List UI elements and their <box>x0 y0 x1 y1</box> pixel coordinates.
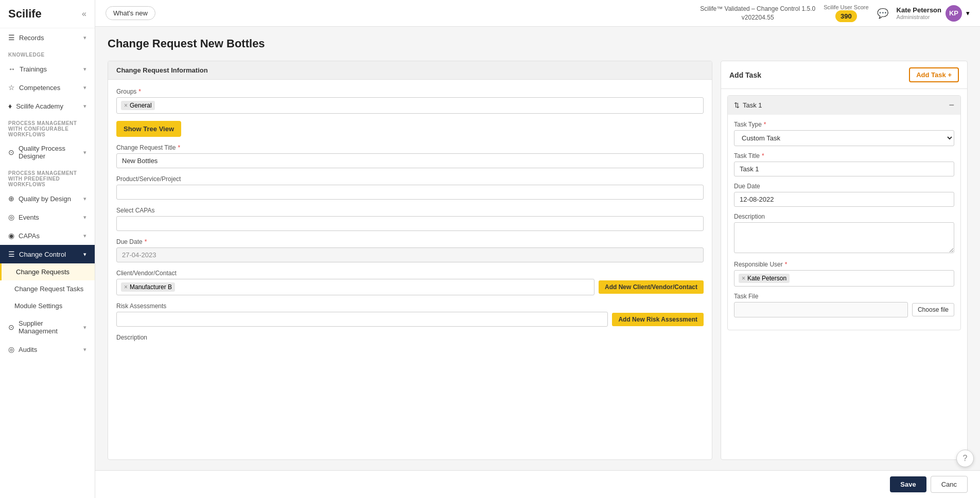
add-client-vendor-button[interactable]: Add New Client/Vendor/Contact <box>599 280 704 294</box>
sidebar-item-trainings[interactable]: ↔ Trainings ▾ <box>0 60 95 78</box>
change-request-title-input[interactable] <box>116 153 704 168</box>
select-capas-input[interactable] <box>116 216 704 231</box>
change-request-title-label: Change Request Title * <box>116 144 704 151</box>
change-requests-label: Change Requests <box>16 268 69 276</box>
task-type-select[interactable]: Custom Task <box>734 130 954 146</box>
client-vendor-tag: × Manufacturer B <box>121 282 175 292</box>
add-task-button[interactable]: Add Task + <box>909 67 959 82</box>
sidebar-item-scilife-academy[interactable]: ♦ Scilife Academy ▾ <box>0 97 95 115</box>
page-title: Change Request New Bottles <box>108 37 968 50</box>
collapse-sidebar-button[interactable]: « <box>82 9 86 19</box>
product-label: Product/Service/Project <box>116 175 704 183</box>
supplier-management-label: Supplier Management <box>19 319 83 335</box>
audits-label: Audits <box>19 346 37 353</box>
task-due-date-input[interactable] <box>734 192 954 207</box>
capas-arrow: ▾ <box>83 233 86 239</box>
header: What's new Scilife™ Validated – Change C… <box>95 0 980 27</box>
risk-assessments-input[interactable] <box>116 312 608 327</box>
app-logo: Scilife <box>8 7 42 21</box>
description-label: Description <box>116 334 704 341</box>
task-due-date-field: Due Date <box>734 183 954 207</box>
select-capas-label: Select CAPAs <box>116 207 704 214</box>
sidebar-item-competences[interactable]: ☆ Competences ▾ <box>0 78 95 97</box>
records-label: Records <box>19 34 44 42</box>
sidebar-item-quality-process-designer[interactable]: ⊙ Quality Process Designer ▾ <box>0 139 95 165</box>
main-content: What's new Scilife™ Validated – Change C… <box>95 0 980 498</box>
change-control-icon: ☰ <box>8 250 15 258</box>
responsible-user-tag-input[interactable]: × Kate Peterson <box>734 270 954 287</box>
version-line1: Scilife™ Validated – Change Control 1.5.… <box>700 5 815 13</box>
change-request-tasks-label: Change Request Tasks <box>14 285 83 293</box>
avatar: KP <box>946 5 962 22</box>
task-1-title: ⇅ Task 1 <box>734 101 762 109</box>
task-type-label: Task Type * <box>734 121 954 128</box>
supplier-mgmt-icon: ⊙ <box>8 323 14 331</box>
sidebar-item-audits[interactable]: ◎ Audits ▾ <box>0 340 95 359</box>
change-control-label: Change Control <box>19 251 66 258</box>
task-1-block: ⇅ Task 1 − Task Type * Custom Ta <box>727 95 961 330</box>
sidebar-item-records[interactable]: ☰ Records ▾ <box>0 28 95 47</box>
task-due-date-label: Due Date <box>734 183 954 190</box>
module-settings-label: Module Settings <box>14 302 62 310</box>
help-button[interactable]: ? <box>956 450 974 467</box>
groups-tag-remove[interactable]: × <box>124 102 128 109</box>
section-process-configurable: PROCESS MANAGEMENT WITH CONFIGURABLE WOR… <box>0 115 95 139</box>
responsible-user-tag: × Kate Peterson <box>739 274 790 283</box>
due-date-input[interactable] <box>116 247 704 262</box>
sidebar: Scilife « ☰ Records ▾ KNOWLEDGE ↔ Traini… <box>0 0 95 498</box>
task-type-field: Task Type * Custom Task <box>734 121 954 146</box>
task-file-row: Choose file <box>734 302 954 317</box>
section-knowledge: KNOWLEDGE <box>0 47 95 60</box>
risk-assessments-row: Add New Risk Assessment <box>116 312 704 327</box>
groups-tag-input[interactable]: × General <box>116 97 704 114</box>
groups-tag-value: General <box>130 102 152 109</box>
right-panel: Add Task Add Task + ⇅ Task 1 − <box>721 61 968 460</box>
score-wrap: Scilife User Score 390 <box>824 4 868 22</box>
trainings-arrow: ▾ <box>83 66 86 73</box>
task-1-form: Task Type * Custom Task Task Title * <box>728 115 960 330</box>
choose-file-button[interactable]: Choose file <box>912 303 954 316</box>
task-title-input[interactable] <box>734 162 954 176</box>
header-user[interactable]: Kate Peterson Administrator KP ▾ <box>897 5 970 22</box>
sidebar-item-change-control[interactable]: ☰ Change Control ▾ <box>0 245 95 263</box>
supplier-management-arrow: ▾ <box>83 324 86 331</box>
select-capas-field: Select CAPAs <box>116 207 704 231</box>
task-1-collapse-button[interactable]: − <box>949 100 954 111</box>
left-panel: Change Request Information Groups * × Ge… <box>108 61 712 460</box>
quality-by-design-label: Quality by Design <box>19 195 71 203</box>
sidebar-item-events[interactable]: ◎ Events ▾ <box>0 208 95 226</box>
sidebar-item-quality-by-design[interactable]: ⊕ Quality by Design ▾ <box>0 189 95 208</box>
change-control-arrow: ▾ <box>83 251 86 258</box>
groups-tag: × General <box>121 101 155 110</box>
user-dropdown-icon[interactable]: ▾ <box>966 9 970 17</box>
add-risk-assessment-button[interactable]: Add New Risk Assessment <box>612 313 704 326</box>
sidebar-item-supplier-management[interactable]: ⊙ Supplier Management ▾ <box>0 314 95 340</box>
responsible-user-required: * <box>785 261 787 268</box>
header-icons: 💬 <box>877 8 888 19</box>
task-description-textarea[interactable] <box>734 222 954 253</box>
responsible-user-tag-remove[interactable]: × <box>742 275 745 282</box>
responsible-user-field: Responsible User * × Kate Peterson <box>734 261 954 287</box>
cancel-button[interactable]: Canc <box>931 476 968 493</box>
competences-icon: ☆ <box>8 83 15 92</box>
task-file-label: Task File <box>734 293 954 300</box>
sidebar-sub-module-settings[interactable]: Module Settings <box>0 297 95 314</box>
product-input[interactable] <box>116 185 704 200</box>
form-body: Groups * × General Show Tree View <box>108 80 712 357</box>
product-field: Product/Service/Project <box>116 175 704 200</box>
file-input-box <box>734 302 908 317</box>
groups-label: Groups * <box>116 88 704 95</box>
sidebar-sub-change-request-tasks[interactable]: Change Request Tasks <box>0 280 95 297</box>
quality-process-designer-label: Quality Process Designer <box>19 145 83 160</box>
sidebar-item-capas[interactable]: ◉ CAPAs ▾ <box>0 226 95 245</box>
save-button[interactable]: Save <box>890 476 926 492</box>
task-1-header: ⇅ Task 1 − <box>728 96 960 115</box>
client-vendor-tag-remove[interactable]: × <box>124 283 128 291</box>
whats-new-button[interactable]: What's new <box>106 6 155 20</box>
show-tree-view-button[interactable]: Show Tree View <box>116 121 181 137</box>
client-vendor-tag-input[interactable]: × Manufacturer B <box>116 279 594 295</box>
notification-icon[interactable]: 💬 <box>877 8 888 19</box>
sidebar-sub-change-requests[interactable]: Change Requests <box>0 263 95 280</box>
description-field: Description <box>116 334 704 341</box>
events-icon: ◎ <box>8 213 14 221</box>
